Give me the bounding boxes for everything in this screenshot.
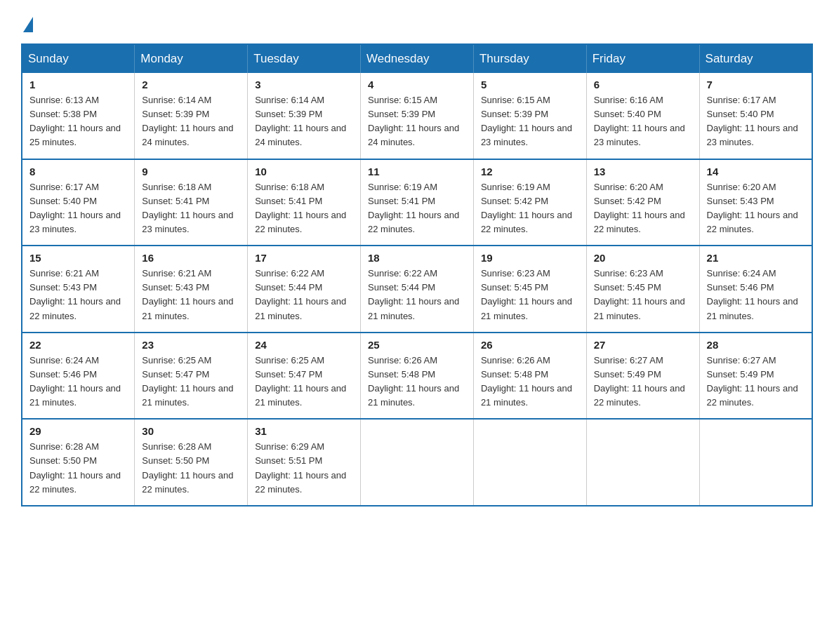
day-number: 12 <box>481 166 579 177</box>
calendar-day-cell: 1 Sunrise: 6:13 AMSunset: 5:38 PMDayligh… <box>22 73 135 159</box>
calendar-day-cell: 6 Sunrise: 6:16 AMSunset: 5:40 PMDayligh… <box>586 73 699 159</box>
calendar-day-cell: 17 Sunrise: 6:22 AMSunset: 5:44 PMDaylig… <box>248 246 361 333</box>
calendar-day-cell: 29 Sunrise: 6:28 AMSunset: 5:50 PMDaylig… <box>22 419 135 506</box>
day-number: 23 <box>142 339 240 351</box>
day-number: 18 <box>368 252 466 264</box>
day-info: Sunrise: 6:19 AMSunset: 5:41 PMDaylight:… <box>368 182 459 234</box>
day-number: 21 <box>707 252 805 264</box>
day-info: Sunrise: 6:16 AMSunset: 5:40 PMDaylight:… <box>594 95 685 147</box>
page-header <box>21 14 813 29</box>
calendar-week-row: 1 Sunrise: 6:13 AMSunset: 5:38 PMDayligh… <box>22 73 812 159</box>
calendar-day-cell: 18 Sunrise: 6:22 AMSunset: 5:44 PMDaylig… <box>361 246 474 333</box>
day-number: 28 <box>707 339 805 351</box>
day-info: Sunrise: 6:23 AMSunset: 5:45 PMDaylight:… <box>594 268 685 321</box>
day-info: Sunrise: 6:28 AMSunset: 5:50 PMDaylight:… <box>142 441 233 494</box>
calendar-day-cell: 22 Sunrise: 6:24 AMSunset: 5:46 PMDaylig… <box>22 333 135 420</box>
day-number: 11 <box>368 166 466 177</box>
day-number: 27 <box>594 339 692 351</box>
day-info: Sunrise: 6:26 AMSunset: 5:48 PMDaylight:… <box>368 355 459 408</box>
day-number: 26 <box>481 339 579 351</box>
calendar-day-cell <box>473 419 586 506</box>
day-info: Sunrise: 6:21 AMSunset: 5:43 PMDaylight:… <box>142 268 233 321</box>
day-number: 15 <box>29 252 127 264</box>
calendar-day-cell: 25 Sunrise: 6:26 AMSunset: 5:48 PMDaylig… <box>361 333 474 420</box>
calendar-header-wednesday: Wednesday <box>361 44 474 73</box>
day-number: 14 <box>707 166 805 177</box>
day-info: Sunrise: 6:17 AMSunset: 5:40 PMDaylight:… <box>29 182 121 234</box>
day-number: 1 <box>29 79 127 90</box>
day-info: Sunrise: 6:18 AMSunset: 5:41 PMDaylight:… <box>142 182 233 234</box>
day-info: Sunrise: 6:22 AMSunset: 5:44 PMDaylight:… <box>368 268 459 321</box>
calendar-day-cell: 21 Sunrise: 6:24 AMSunset: 5:46 PMDaylig… <box>699 246 812 333</box>
calendar-day-cell: 16 Sunrise: 6:21 AMSunset: 5:43 PMDaylig… <box>135 246 248 333</box>
day-number: 24 <box>255 339 353 351</box>
calendar-day-cell: 5 Sunrise: 6:15 AMSunset: 5:39 PMDayligh… <box>473 73 586 159</box>
day-number: 25 <box>368 339 466 351</box>
calendar-day-cell: 27 Sunrise: 6:27 AMSunset: 5:49 PMDaylig… <box>586 333 699 420</box>
calendar-week-row: 15 Sunrise: 6:21 AMSunset: 5:43 PMDaylig… <box>22 246 812 333</box>
day-info: Sunrise: 6:27 AMSunset: 5:49 PMDaylight:… <box>707 355 798 408</box>
calendar-header-row: SundayMondayTuesdayWednesdayThursdayFrid… <box>22 44 812 73</box>
day-number: 17 <box>255 252 353 264</box>
day-info: Sunrise: 6:15 AMSunset: 5:39 PMDaylight:… <box>368 95 459 147</box>
day-info: Sunrise: 6:13 AMSunset: 5:38 PMDaylight:… <box>29 95 121 147</box>
logo <box>21 14 33 29</box>
calendar-header-sunday: Sunday <box>22 44 135 73</box>
day-info: Sunrise: 6:28 AMSunset: 5:50 PMDaylight:… <box>29 441 121 494</box>
calendar-day-cell <box>699 419 812 506</box>
day-info: Sunrise: 6:20 AMSunset: 5:42 PMDaylight:… <box>594 182 685 234</box>
day-info: Sunrise: 6:25 AMSunset: 5:47 PMDaylight:… <box>255 355 346 408</box>
calendar-week-row: 8 Sunrise: 6:17 AMSunset: 5:40 PMDayligh… <box>22 159 812 246</box>
day-number: 13 <box>594 166 692 177</box>
calendar-day-cell: 10 Sunrise: 6:18 AMSunset: 5:41 PMDaylig… <box>248 159 361 246</box>
day-number: 7 <box>707 79 805 90</box>
calendar-day-cell: 23 Sunrise: 6:25 AMSunset: 5:47 PMDaylig… <box>135 333 248 420</box>
day-number: 6 <box>594 79 692 90</box>
day-info: Sunrise: 6:25 AMSunset: 5:47 PMDaylight:… <box>142 355 233 408</box>
calendar-day-cell: 8 Sunrise: 6:17 AMSunset: 5:40 PMDayligh… <box>22 159 135 246</box>
day-info: Sunrise: 6:18 AMSunset: 5:41 PMDaylight:… <box>255 182 346 234</box>
day-info: Sunrise: 6:24 AMSunset: 5:46 PMDaylight:… <box>29 355 121 408</box>
day-number: 22 <box>29 339 127 351</box>
calendar-day-cell: 15 Sunrise: 6:21 AMSunset: 5:43 PMDaylig… <box>22 246 135 333</box>
day-number: 5 <box>481 79 579 90</box>
day-number: 9 <box>142 166 240 177</box>
calendar-header-tuesday: Tuesday <box>248 44 361 73</box>
day-info: Sunrise: 6:15 AMSunset: 5:39 PMDaylight:… <box>481 95 572 147</box>
calendar-header-saturday: Saturday <box>699 44 812 73</box>
calendar-day-cell: 31 Sunrise: 6:29 AMSunset: 5:51 PMDaylig… <box>248 419 361 506</box>
calendar-table: SundayMondayTuesdayWednesdayThursdayFrid… <box>21 43 813 507</box>
day-number: 8 <box>29 166 127 177</box>
day-number: 10 <box>255 166 353 177</box>
calendar-day-cell: 3 Sunrise: 6:14 AMSunset: 5:39 PMDayligh… <box>248 73 361 159</box>
day-info: Sunrise: 6:21 AMSunset: 5:43 PMDaylight:… <box>29 268 121 321</box>
calendar-day-cell: 30 Sunrise: 6:28 AMSunset: 5:50 PMDaylig… <box>135 419 248 506</box>
calendar-week-row: 22 Sunrise: 6:24 AMSunset: 5:46 PMDaylig… <box>22 333 812 420</box>
calendar-day-cell: 24 Sunrise: 6:25 AMSunset: 5:47 PMDaylig… <box>248 333 361 420</box>
day-info: Sunrise: 6:17 AMSunset: 5:40 PMDaylight:… <box>707 95 798 147</box>
day-info: Sunrise: 6:23 AMSunset: 5:45 PMDaylight:… <box>481 268 572 321</box>
calendar-day-cell: 14 Sunrise: 6:20 AMSunset: 5:43 PMDaylig… <box>699 159 812 246</box>
calendar-day-cell: 26 Sunrise: 6:26 AMSunset: 5:48 PMDaylig… <box>473 333 586 420</box>
calendar-header-thursday: Thursday <box>473 44 586 73</box>
calendar-day-cell: 20 Sunrise: 6:23 AMSunset: 5:45 PMDaylig… <box>586 246 699 333</box>
day-info: Sunrise: 6:14 AMSunset: 5:39 PMDaylight:… <box>142 95 233 147</box>
day-number: 20 <box>594 252 692 264</box>
calendar-day-cell: 12 Sunrise: 6:19 AMSunset: 5:42 PMDaylig… <box>473 159 586 246</box>
logo-triangle-icon <box>23 17 33 32</box>
calendar-day-cell: 13 Sunrise: 6:20 AMSunset: 5:42 PMDaylig… <box>586 159 699 246</box>
calendar-day-cell: 7 Sunrise: 6:17 AMSunset: 5:40 PMDayligh… <box>699 73 812 159</box>
day-number: 19 <box>481 252 579 264</box>
calendar-day-cell: 28 Sunrise: 6:27 AMSunset: 5:49 PMDaylig… <box>699 333 812 420</box>
calendar-day-cell <box>361 419 474 506</box>
calendar-day-cell: 2 Sunrise: 6:14 AMSunset: 5:39 PMDayligh… <box>135 73 248 159</box>
day-number: 4 <box>368 79 466 90</box>
day-number: 30 <box>142 425 240 437</box>
day-info: Sunrise: 6:20 AMSunset: 5:43 PMDaylight:… <box>707 182 798 234</box>
calendar-day-cell: 4 Sunrise: 6:15 AMSunset: 5:39 PMDayligh… <box>361 73 474 159</box>
day-number: 3 <box>255 79 353 90</box>
calendar-day-cell: 19 Sunrise: 6:23 AMSunset: 5:45 PMDaylig… <box>473 246 586 333</box>
day-info: Sunrise: 6:29 AMSunset: 5:51 PMDaylight:… <box>255 441 346 494</box>
day-number: 16 <box>142 252 240 264</box>
day-info: Sunrise: 6:24 AMSunset: 5:46 PMDaylight:… <box>707 268 798 321</box>
